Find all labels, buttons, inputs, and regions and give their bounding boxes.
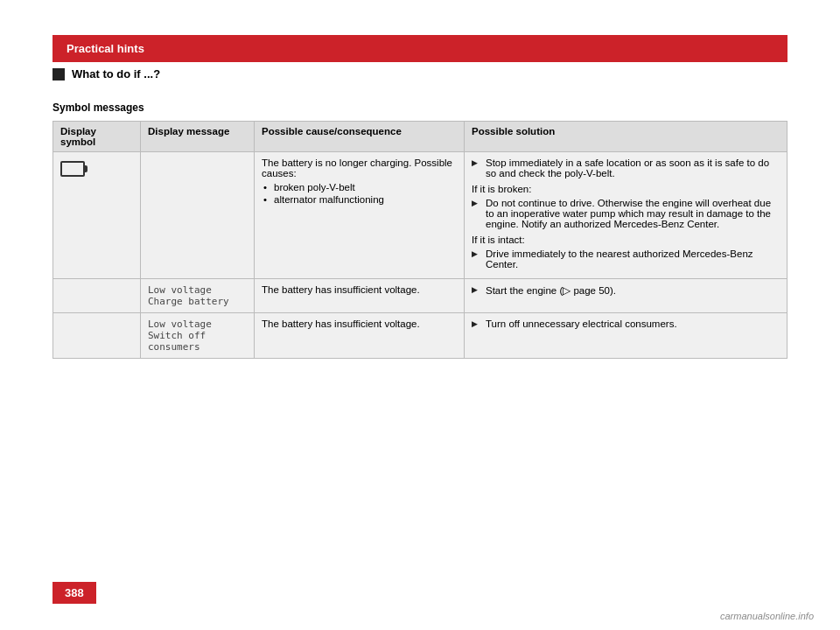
- page-number: 388: [65, 586, 84, 599]
- table-wrapper: Display symbol Display message Possible …: [52, 121, 788, 359]
- bullet-2: alternator malfunctioning: [262, 194, 457, 205]
- col-solution: Possible solution: [465, 122, 788, 152]
- if-broken: If it is broken:: [472, 184, 780, 194]
- message-cell-2: Low voltage Charge battery: [141, 279, 255, 313]
- table-row: Low voltage Switch off consumers The bat…: [53, 313, 788, 359]
- subheader: What to do if ...?: [52, 67, 788, 80]
- solution-arrows-1c: Drive immediately to the nearest authori…: [472, 248, 780, 270]
- solution-arrow-1b: Do not continue to drive. Otherwise the …: [472, 198, 780, 229]
- subheader-title: What to do if ...?: [72, 67, 160, 80]
- solution-arrow-1a: Stop immediately in a safe location or a…: [472, 158, 780, 178]
- solution-cell-3: Turn off unnecessary electrical consumer…: [465, 313, 788, 359]
- message-cell-1: [141, 152, 255, 279]
- watermark: carmanualsonline.info: [720, 611, 814, 621]
- solution-arrows-3: Turn off unnecessary electrical consumer…: [472, 318, 780, 329]
- page-number-box: 388: [52, 582, 96, 604]
- col-display-message: Display message: [141, 122, 255, 152]
- solution-arrow-1c: Drive immediately to the nearest authori…: [472, 248, 780, 270]
- col-display-symbol: Display symbol: [53, 122, 141, 152]
- battery-icon: [60, 161, 85, 177]
- cause-intro: The battery is no longer charging. Possi…: [262, 158, 452, 178]
- cause-cell-3: The battery has insufficient voltage.: [255, 313, 465, 359]
- cause-cell-1: The battery is no longer charging. Possi…: [255, 152, 465, 279]
- section-title: Symbol messages: [52, 102, 788, 114]
- cause-cell-2: The battery has insufficient voltage.: [255, 279, 465, 313]
- table-row: Low voltage Charge battery The battery h…: [53, 279, 788, 313]
- header-title: Practical hints: [66, 42, 144, 55]
- solution-arrow-3a: Turn off unnecessary electrical consumer…: [472, 318, 780, 329]
- solution-arrow-2a: Start the engine (▷ page 50).: [472, 284, 780, 297]
- symbol-messages-table: Display symbol Display message Possible …: [52, 121, 788, 359]
- if-intact: If it is intact:: [472, 234, 780, 245]
- solution-arrows-2: Start the engine (▷ page 50).: [472, 284, 780, 297]
- cause-bullets: broken poly-V-belt alternator malfunctio…: [262, 182, 457, 205]
- symbol-cell-1: [53, 152, 141, 279]
- symbol-cell-2: [53, 279, 141, 313]
- solution-arrows-1: Stop immediately in a safe location or a…: [472, 158, 780, 178]
- message-cell-3: Low voltage Switch off consumers: [141, 313, 255, 359]
- subheader-square: [52, 68, 65, 80]
- col-cause: Possible cause/consequence: [255, 122, 465, 152]
- table-row: The battery is no longer charging. Possi…: [53, 152, 788, 279]
- solution-cell-1: Stop immediately in a safe location or a…: [465, 152, 788, 279]
- symbol-cell-3: [53, 313, 141, 359]
- header-bar: Practical hints: [52, 35, 788, 62]
- solution-cell-2: Start the engine (▷ page 50).: [465, 279, 788, 313]
- solution-arrows-1b: Do not continue to drive. Otherwise the …: [472, 198, 780, 229]
- bullet-1: broken poly-V-belt: [262, 182, 457, 192]
